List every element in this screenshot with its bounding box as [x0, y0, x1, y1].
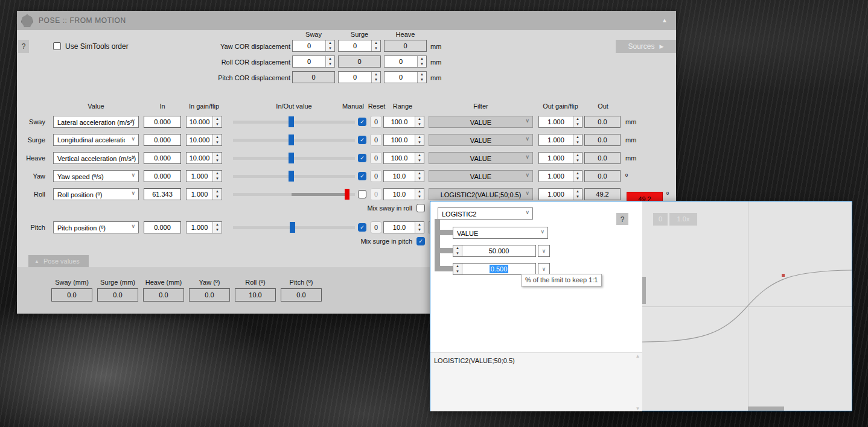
spin-up-icon[interactable]: ▲ — [573, 134, 582, 140]
spin-up-icon[interactable]: ▲ — [418, 72, 426, 77]
mix-sway-checkbox[interactable] — [416, 204, 425, 212]
spinner-arrows[interactable]: ▲▼ — [453, 264, 462, 274]
reset-button[interactable]: 0 — [370, 170, 382, 182]
simtools-checkbox[interactable] — [53, 42, 61, 50]
in-gain-spinner[interactable]: 10.000▲▼ — [186, 152, 222, 164]
filter-select[interactable]: LOGISTIC2(VALUE;50;0.5)∨ — [429, 188, 533, 200]
spin-down-icon[interactable]: ▼ — [213, 158, 222, 163]
spinner-arrows[interactable]: ▲▼ — [371, 40, 380, 51]
slider-track[interactable] — [233, 139, 355, 142]
spin-down-icon[interactable]: ▼ — [573, 122, 582, 127]
spin-up-icon[interactable]: ▲ — [213, 153, 222, 158]
inout-slider[interactable] — [233, 115, 355, 128]
scroll-down-icon[interactable]: ▼ — [634, 406, 642, 411]
out-gain-spinner[interactable]: 1.000▲▼ — [538, 170, 582, 182]
spinner-arrows[interactable]: ▲▼ — [212, 116, 222, 127]
spinner-arrows[interactable]: ▲▼ — [325, 56, 334, 67]
range-spinner[interactable]: 100.0▲▼ — [383, 152, 424, 164]
graph-vertical-scroll-thumb[interactable] — [642, 277, 646, 304]
spin-down-icon[interactable]: ▼ — [213, 227, 222, 233]
slider-handle[interactable] — [290, 222, 295, 233]
spinner-arrows[interactable]: ▲▼ — [415, 116, 424, 127]
slider-track[interactable] — [233, 157, 355, 160]
reset-button[interactable]: 0 — [370, 152, 382, 164]
param-limit-mode-button[interactable]: ∨ — [538, 245, 550, 257]
spin-up-icon[interactable]: ▲ — [415, 189, 424, 194]
spin-down-icon[interactable]: ▼ — [326, 62, 334, 67]
spinner-arrows[interactable]: ▲▼ — [212, 189, 222, 200]
selected-text[interactable]: 0.500 — [490, 265, 509, 273]
spin-down-icon[interactable]: ▼ — [573, 194, 582, 200]
spinner-arrows[interactable]: ▲▼ — [325, 40, 334, 51]
spin-up-icon[interactable]: ▲ — [213, 116, 222, 122]
spin-down-icon[interactable]: ▼ — [213, 194, 222, 200]
spin-up-icon[interactable]: ▲ — [213, 222, 222, 227]
spin-up-icon[interactable]: ▲ — [372, 40, 380, 46]
spin-down-icon[interactable]: ▼ — [418, 77, 426, 83]
slider-handle[interactable] — [289, 134, 294, 145]
spinner-arrows[interactable]: ▲▼ — [573, 171, 582, 182]
reset-button[interactable]: 0 — [370, 188, 382, 200]
spinner-arrows[interactable]: ▲▼ — [415, 222, 424, 233]
scroll-up-icon[interactable]: ▲ — [634, 353, 642, 359]
spin-up-icon[interactable]: ▲ — [415, 153, 424, 158]
spin-up-icon[interactable]: ▲ — [415, 222, 424, 227]
filter-help-button[interactable]: ? — [616, 213, 628, 225]
slider-handle[interactable] — [289, 171, 294, 182]
spinner-arrows[interactable]: ▲▼ — [573, 134, 582, 145]
spin-up-icon[interactable]: ▲ — [213, 171, 222, 176]
spin-up-icon[interactable]: ▲ — [573, 153, 582, 158]
spinner-arrows[interactable]: ▲▼ — [453, 245, 462, 256]
slider-track[interactable] — [233, 121, 355, 124]
spin-down-icon[interactable]: ▼ — [573, 140, 582, 145]
spin-down-icon[interactable]: ▼ — [372, 77, 380, 83]
spin-down-icon[interactable]: ▼ — [213, 122, 222, 127]
title-bar[interactable]: POSE :: FROM MOTION ▲ — [17, 11, 676, 30]
spinner-arrows[interactable]: ▲▼ — [212, 153, 222, 163]
spin-down-icon[interactable]: ▼ — [372, 46, 380, 51]
pose-values-tab[interactable]: ▲ Pose values — [28, 255, 89, 267]
spin-up-icon[interactable]: ▲ — [415, 116, 424, 122]
inout-slider[interactable] — [233, 133, 355, 147]
spin-down-icon[interactable]: ▼ — [453, 269, 462, 274]
filter-graph[interactable]: 0 1.0x — [642, 201, 852, 411]
spinner-arrows[interactable]: ▲▼ — [212, 171, 222, 182]
cor-roll-sway-spinner[interactable]: 0 ▲▼ — [292, 55, 335, 68]
spinner-arrows[interactable]: ▲▼ — [573, 189, 582, 200]
spin-down-icon[interactable]: ▼ — [213, 176, 222, 182]
inout-slider[interactable] — [233, 169, 355, 183]
spinner-arrows[interactable]: ▲▼ — [415, 153, 424, 163]
inout-slider[interactable] — [233, 221, 355, 234]
spin-up-icon[interactable]: ▲ — [326, 40, 334, 46]
collapse-icon[interactable]: ▲ — [662, 17, 668, 24]
range-spinner[interactable]: 100.0▲▼ — [383, 134, 424, 146]
spin-down-icon[interactable]: ▼ — [573, 176, 582, 182]
spin-up-icon[interactable]: ▲ — [213, 134, 222, 140]
slider-track[interactable] — [233, 175, 355, 178]
in-gain-spinner[interactable]: 10.000▲▼ — [186, 116, 222, 128]
filter-type-select[interactable]: LOGISTIC2∨ — [438, 207, 533, 220]
spin-down-icon[interactable]: ▼ — [415, 194, 424, 200]
spin-down-icon[interactable]: ▼ — [418, 62, 426, 67]
cor-pitch-heave-spinner[interactable]: 0 ▲▼ — [384, 71, 427, 83]
cor-pitch-surge-spinner[interactable]: 0 ▲▼ — [338, 71, 381, 83]
in-gain-spinner[interactable]: 1.000▲▼ — [186, 188, 222, 200]
spin-up-icon[interactable]: ▲ — [573, 171, 582, 176]
spin-down-icon[interactable]: ▼ — [326, 46, 334, 51]
range-spinner[interactable]: 10.0▲▼ — [383, 170, 424, 182]
inout-slider[interactable] — [233, 151, 355, 165]
spinner-arrows[interactable]: ▲▼ — [212, 134, 222, 145]
spinner-arrows[interactable]: ▲▼ — [371, 72, 380, 83]
manual-checkbox[interactable]: ✓ — [358, 136, 366, 144]
param-value-select[interactable]: VALUE∨ — [453, 227, 548, 239]
spin-up-icon[interactable]: ▲ — [573, 116, 582, 122]
spin-down-icon[interactable]: ▼ — [573, 158, 582, 163]
spinner-arrows[interactable]: ▲▼ — [415, 171, 424, 182]
manual-checkbox[interactable]: ✓ — [358, 154, 366, 162]
in-gain-spinner[interactable]: 1.000▲▼ — [186, 170, 222, 182]
filter-select[interactable]: VALUE∨ — [429, 170, 533, 182]
slider-handle[interactable] — [289, 153, 294, 163]
value-select[interactable]: Lateral acceleration (m/s²)∨ — [53, 116, 139, 128]
spin-down-icon[interactable]: ▼ — [415, 176, 424, 182]
out-gain-spinner[interactable]: 1.000▲▼ — [538, 134, 582, 146]
